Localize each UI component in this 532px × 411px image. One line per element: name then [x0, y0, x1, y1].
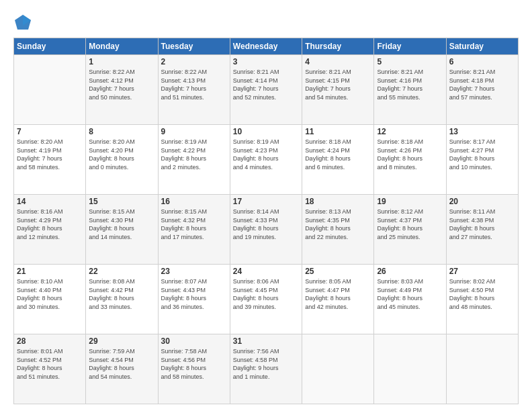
- logo: [13, 13, 35, 32]
- day-content: Sunrise: 8:14 AMSunset: 4:33 PMDaylight:…: [233, 208, 299, 241]
- day-content: Sunrise: 8:06 AMSunset: 4:45 PMDaylight:…: [233, 277, 299, 311]
- day-content: Sunrise: 8:10 AMSunset: 4:40 PMDaylight:…: [17, 277, 83, 311]
- header: [13, 11, 519, 32]
- day-number: 31: [233, 336, 299, 346]
- page: SundayMondayTuesdayWednesdayThursdayFrid…: [0, 0, 532, 411]
- weekday-header-tuesday: Tuesday: [158, 38, 230, 55]
- day-content: Sunrise: 8:17 AMSunset: 4:27 PMDaylight:…: [449, 138, 515, 171]
- day-number: 27: [449, 267, 515, 276]
- week-row-3: 14Sunrise: 8:16 AMSunset: 4:29 PMDayligh…: [14, 195, 519, 265]
- calendar-header: SundayMondayTuesdayWednesdayThursdayFrid…: [14, 38, 519, 55]
- day-number: 8: [89, 127, 154, 136]
- day-number: 14: [17, 197, 83, 206]
- day-number: 21: [17, 267, 83, 276]
- calendar-cell: 27Sunrise: 8:02 AMSunset: 4:50 PMDayligh…: [446, 265, 518, 334]
- day-number: 19: [377, 197, 443, 206]
- day-content: Sunrise: 8:21 AMSunset: 4:18 PMDaylight:…: [449, 68, 515, 101]
- calendar-cell: 22Sunrise: 8:08 AMSunset: 4:42 PMDayligh…: [86, 265, 158, 334]
- day-content: Sunrise: 8:19 AMSunset: 4:22 PMDaylight:…: [161, 138, 227, 171]
- week-row-4: 21Sunrise: 8:10 AMSunset: 4:40 PMDayligh…: [14, 265, 519, 334]
- calendar-cell: 4Sunrise: 8:21 AMSunset: 4:15 PMDaylight…: [302, 55, 374, 125]
- day-number: 17: [233, 197, 299, 206]
- day-content: Sunrise: 8:15 AMSunset: 4:32 PMDaylight:…: [161, 208, 227, 241]
- day-number: 10: [233, 127, 299, 136]
- day-number: 26: [377, 267, 443, 276]
- day-content: Sunrise: 8:21 AMSunset: 4:15 PMDaylight:…: [305, 68, 371, 101]
- day-number: 29: [89, 336, 154, 346]
- calendar: SundayMondayTuesdayWednesdayThursdayFrid…: [13, 38, 519, 404]
- day-content: Sunrise: 8:03 AMSunset: 4:49 PMDaylight:…: [377, 277, 443, 311]
- day-number: 13: [449, 127, 515, 136]
- calendar-cell: 24Sunrise: 8:06 AMSunset: 4:45 PMDayligh…: [230, 265, 302, 334]
- week-row-5: 28Sunrise: 8:01 AMSunset: 4:52 PMDayligh…: [14, 334, 519, 404]
- day-number: 30: [161, 336, 227, 346]
- day-number: 12: [377, 127, 443, 136]
- day-content: Sunrise: 8:18 AMSunset: 4:24 PMDaylight:…: [305, 138, 371, 171]
- calendar-cell: 6Sunrise: 8:21 AMSunset: 4:18 PMDaylight…: [446, 55, 518, 125]
- day-content: Sunrise: 8:22 AMSunset: 4:13 PMDaylight:…: [161, 68, 227, 101]
- weekday-header-thursday: Thursday: [302, 38, 374, 55]
- day-content: Sunrise: 8:12 AMSunset: 4:37 PMDaylight:…: [377, 208, 443, 241]
- day-number: 11: [305, 127, 371, 136]
- day-number: 3: [233, 57, 299, 66]
- weekday-header-friday: Friday: [374, 38, 446, 55]
- weekday-header-sunday: Sunday: [14, 38, 86, 55]
- calendar-cell: 13Sunrise: 8:17 AMSunset: 4:27 PMDayligh…: [446, 125, 518, 195]
- weekday-header-wednesday: Wednesday: [230, 38, 302, 55]
- day-number: 6: [449, 57, 515, 66]
- calendar-cell: 26Sunrise: 8:03 AMSunset: 4:49 PMDayligh…: [374, 265, 446, 334]
- day-content: Sunrise: 7:59 AMSunset: 4:54 PMDaylight:…: [89, 347, 154, 381]
- calendar-cell: 8Sunrise: 8:20 AMSunset: 4:20 PMDaylight…: [86, 125, 158, 195]
- day-number: 4: [305, 57, 371, 66]
- day-number: 22: [89, 267, 154, 276]
- day-content: Sunrise: 8:15 AMSunset: 4:30 PMDaylight:…: [89, 208, 154, 241]
- weekday-header-saturday: Saturday: [446, 38, 518, 55]
- day-number: 9: [161, 127, 227, 136]
- week-row-2: 7Sunrise: 8:20 AMSunset: 4:19 PMDaylight…: [14, 125, 519, 195]
- calendar-cell: 21Sunrise: 8:10 AMSunset: 4:40 PMDayligh…: [14, 265, 86, 334]
- day-number: 16: [161, 197, 227, 206]
- day-content: Sunrise: 8:11 AMSunset: 4:38 PMDaylight:…: [449, 208, 515, 241]
- day-number: 7: [17, 127, 83, 136]
- calendar-cell: 3Sunrise: 8:21 AMSunset: 4:14 PMDaylight…: [230, 55, 302, 125]
- day-content: Sunrise: 8:18 AMSunset: 4:26 PMDaylight:…: [377, 138, 443, 171]
- day-content: Sunrise: 7:58 AMSunset: 4:56 PMDaylight:…: [161, 347, 227, 381]
- day-content: Sunrise: 8:19 AMSunset: 4:23 PMDaylight:…: [233, 138, 299, 171]
- calendar-cell: 9Sunrise: 8:19 AMSunset: 4:22 PMDaylight…: [158, 125, 230, 195]
- day-content: Sunrise: 8:08 AMSunset: 4:42 PMDaylight:…: [89, 277, 154, 311]
- calendar-cell: 23Sunrise: 8:07 AMSunset: 4:43 PMDayligh…: [158, 265, 230, 334]
- calendar-cell: 11Sunrise: 8:18 AMSunset: 4:24 PMDayligh…: [302, 125, 374, 195]
- calendar-cell: 1Sunrise: 8:22 AMSunset: 4:12 PMDaylight…: [86, 55, 158, 125]
- day-number: 5: [377, 57, 443, 66]
- calendar-cell: 2Sunrise: 8:22 AMSunset: 4:13 PMDaylight…: [158, 55, 230, 125]
- day-content: Sunrise: 8:20 AMSunset: 4:19 PMDaylight:…: [17, 138, 83, 171]
- calendar-cell: 5Sunrise: 8:21 AMSunset: 4:16 PMDaylight…: [374, 55, 446, 125]
- calendar-cell: [446, 334, 518, 404]
- day-number: 28: [17, 336, 83, 346]
- day-content: Sunrise: 8:20 AMSunset: 4:20 PMDaylight:…: [89, 138, 154, 171]
- calendar-cell: [302, 334, 374, 404]
- calendar-cell: 19Sunrise: 8:12 AMSunset: 4:37 PMDayligh…: [374, 195, 446, 265]
- week-row-1: 1Sunrise: 8:22 AMSunset: 4:12 PMDaylight…: [14, 55, 519, 125]
- day-content: Sunrise: 8:16 AMSunset: 4:29 PMDaylight:…: [17, 208, 83, 241]
- weekday-row: SundayMondayTuesdayWednesdayThursdayFrid…: [14, 38, 519, 55]
- calendar-cell: 10Sunrise: 8:19 AMSunset: 4:23 PMDayligh…: [230, 125, 302, 195]
- day-content: Sunrise: 8:21 AMSunset: 4:14 PMDaylight:…: [233, 68, 299, 101]
- day-content: Sunrise: 8:01 AMSunset: 4:52 PMDaylight:…: [17, 347, 83, 381]
- calendar-cell: [14, 55, 86, 125]
- day-number: 15: [89, 197, 154, 206]
- calendar-cell: 17Sunrise: 8:14 AMSunset: 4:33 PMDayligh…: [230, 195, 302, 265]
- calendar-cell: 29Sunrise: 7:59 AMSunset: 4:54 PMDayligh…: [86, 334, 158, 404]
- calendar-cell: 25Sunrise: 8:05 AMSunset: 4:47 PMDayligh…: [302, 265, 374, 334]
- calendar-cell: 16Sunrise: 8:15 AMSunset: 4:32 PMDayligh…: [158, 195, 230, 265]
- calendar-cell: 30Sunrise: 7:58 AMSunset: 4:56 PMDayligh…: [158, 334, 230, 404]
- day-number: 18: [305, 197, 371, 206]
- day-number: 20: [449, 197, 515, 206]
- calendar-cell: 7Sunrise: 8:20 AMSunset: 4:19 PMDaylight…: [14, 125, 86, 195]
- day-content: Sunrise: 8:05 AMSunset: 4:47 PMDaylight:…: [305, 277, 371, 311]
- day-number: 1: [89, 57, 154, 66]
- calendar-body: 1Sunrise: 8:22 AMSunset: 4:12 PMDaylight…: [14, 55, 519, 404]
- day-number: 23: [161, 267, 227, 276]
- calendar-cell: 12Sunrise: 8:18 AMSunset: 4:26 PMDayligh…: [374, 125, 446, 195]
- day-number: 25: [305, 267, 371, 276]
